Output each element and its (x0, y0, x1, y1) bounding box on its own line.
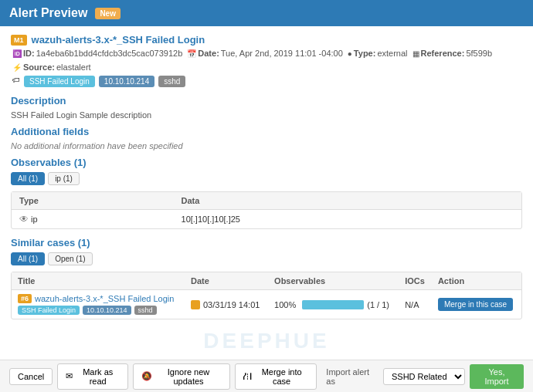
reference-value: 5f599b (466, 49, 492, 58)
case-date-cell: 03/31/19 14:01 (185, 290, 268, 319)
date-label: Date: (198, 49, 219, 58)
observables-title: Observables (1) (11, 157, 522, 168)
obs-filter-ip[interactable]: ip (1) (48, 172, 80, 185)
import-alert-as-label: Import alert as (326, 367, 375, 386)
merge-into-case-button[interactable]: ⛙ Merge into case (235, 363, 317, 390)
alert-source-item: ⚡ Source: elastalert (12, 63, 91, 72)
alert-date-item: 📅 Date: Tue, Apr 2nd, 2019 11:01 -04:00 (187, 49, 343, 58)
mark-as-read-button[interactable]: ✉ Mark as read (57, 363, 128, 390)
mark-as-read-label: Mark as read (76, 367, 120, 386)
import-select[interactable]: SSHD Related (383, 368, 465, 385)
alert-reference-item: ▦ Reference: 5f599b (412, 49, 493, 58)
cases-col-action: Action (432, 272, 521, 290)
case-iocs-cell: N/A (399, 290, 432, 319)
cases-table: Title Date Observables IOCs Action #6 wa… (12, 272, 521, 319)
alert-icon: M1 (11, 35, 27, 46)
alert-title-link[interactable]: wazuh-alerts-3.x-*_SSH Failed Login (32, 34, 205, 46)
cases-filter-all[interactable]: All (1) (11, 252, 45, 265)
case-title-link[interactable]: wazuh-alerts-3.x-*_SSH Failed Login (35, 294, 174, 303)
merge-icon: ⛙ (243, 372, 252, 381)
cases-table-wrapper: Title Date Observables IOCs Action #6 wa… (11, 272, 522, 319)
case-observables-cell: 100% (1 / 1) (268, 290, 399, 319)
obs-type-value: ip (31, 215, 38, 224)
cases-col-title: Title (12, 272, 185, 290)
obs-data-cell: 10[.]10[.]10[.]25 (174, 210, 521, 229)
case-tag-ssh: SSH Failed Login (18, 306, 80, 315)
date-value: Tue, Apr 2nd, 2019 11:01 -04:00 (221, 49, 343, 58)
source-label: Source: (23, 63, 55, 72)
reference-icon: ▦ (412, 49, 419, 58)
cases-col-iocs: IOCs (399, 272, 432, 290)
source-value: elastalert (56, 63, 91, 72)
tag-sshd: sshd (158, 76, 185, 87)
merge-in-case-button[interactable]: Merge in this case (438, 298, 513, 311)
type-value: external (377, 49, 407, 58)
ignore-new-updates-button[interactable]: 🔕 Ignore new updates (133, 363, 230, 390)
source-icon: ⚡ (12, 63, 22, 72)
additional-fields-title: Additional fields (11, 126, 522, 137)
page-title: Alert Preview (9, 6, 87, 20)
ignore-icon: 🔕 (141, 371, 152, 381)
case-progress-fill (302, 300, 364, 309)
alert-type-item: ● Type: external (348, 49, 408, 58)
tag-icon: 🏷 (12, 76, 20, 87)
case-observables-count: (1 / 1) (367, 300, 389, 309)
case-title-cell: #6 wazuh-alerts-3.x-*_SSH Failed Login S… (12, 290, 185, 319)
type-icon: ● (348, 49, 352, 58)
additional-fields-text: No additional information have been spec… (11, 141, 522, 150)
id-icon: 🆔 (12, 49, 22, 58)
cancel-button[interactable]: Cancel (9, 368, 53, 385)
table-row: 👁 ip 10[.]10[.]10[.]25 (12, 210, 521, 229)
case-date-value: 03/31/19 14:01 (203, 300, 260, 309)
reference-label: Reference: (421, 49, 465, 58)
alert-title-row: M1 wazuh-alerts-3.x-*_SSH Failed Login (11, 34, 522, 46)
description-text: SSH Failed Login Sample description (11, 110, 522, 120)
id-label: ID: (23, 49, 35, 58)
obs-filter-all[interactable]: All (1) (11, 172, 45, 185)
cases-col-date: Date (185, 272, 268, 290)
calendar-icon: 📅 (187, 49, 196, 58)
observables-table: Type Data 👁 ip 10[.]10[.]10[.]25 (12, 192, 521, 228)
case-observables-pct: 100% (274, 300, 296, 309)
cases-col-observables: Observables (268, 272, 399, 290)
main-content: M1 wazuh-alerts-3.x-*_SSH Failed Login 🆔… (0, 26, 533, 353)
alert-tags-row: 🏷 SSH Failed Login 10.10.10.214 sshd (12, 76, 522, 87)
alert-meta-row: 🆔 ID: 1a4eba6b1bdd4cfdcb3dc5cac073912b 📅… (12, 49, 522, 72)
footer-bar: Cancel ✉ Mark as read 🔕 Ignore new updat… (0, 360, 533, 392)
observables-table-container: Type Data 👁 ip 10[.]10[.]10[.]25 (11, 191, 522, 229)
obs-type-cell: 👁 ip (12, 210, 174, 229)
similar-cases-filters: All (1) Open (1) (11, 252, 522, 265)
ignore-label: Ignore new updates (155, 367, 222, 386)
new-badge: New (95, 8, 121, 19)
case-status-icon (191, 300, 200, 309)
eye-icon: 👁 (19, 214, 29, 225)
observables-filters: All (1) ip (1) (11, 172, 522, 185)
type-label: Type: (354, 49, 376, 58)
yes-import-button[interactable]: Yes, Import (470, 364, 524, 389)
merge-into-case-label: Merge into case (255, 367, 308, 386)
case-action-cell: Merge in this case (432, 290, 521, 319)
cases-filter-open[interactable]: Open (1) (48, 252, 92, 265)
case-tag-ip: 10.10.10.214 (83, 306, 131, 315)
case-id-badge: #6 (18, 294, 32, 303)
similar-cases-title: Similar cases (1) (11, 237, 522, 248)
description-title: Description (11, 95, 522, 106)
case-progress-bar (302, 300, 364, 309)
id-value: 1a4eba6b1bdd4cfdcb3dc5cac073912b (36, 49, 183, 58)
cancel-label: Cancel (18, 372, 44, 381)
table-row: #6 wazuh-alerts-3.x-*_SSH Failed Login S… (12, 290, 521, 319)
obs-col-data: Data (174, 192, 521, 210)
case-tag-sshd: sshd (134, 306, 157, 315)
alert-id-item: 🆔 ID: 1a4eba6b1bdd4cfdcb3dc5cac073912b (12, 49, 182, 58)
envelope-icon: ✉ (66, 371, 73, 381)
tag-ip: 10.10.10.214 (99, 76, 154, 87)
tag-ssh: SSH Failed Login (24, 76, 95, 87)
obs-col-type: Type (12, 192, 174, 210)
header-bar: Alert Preview New (0, 0, 533, 26)
